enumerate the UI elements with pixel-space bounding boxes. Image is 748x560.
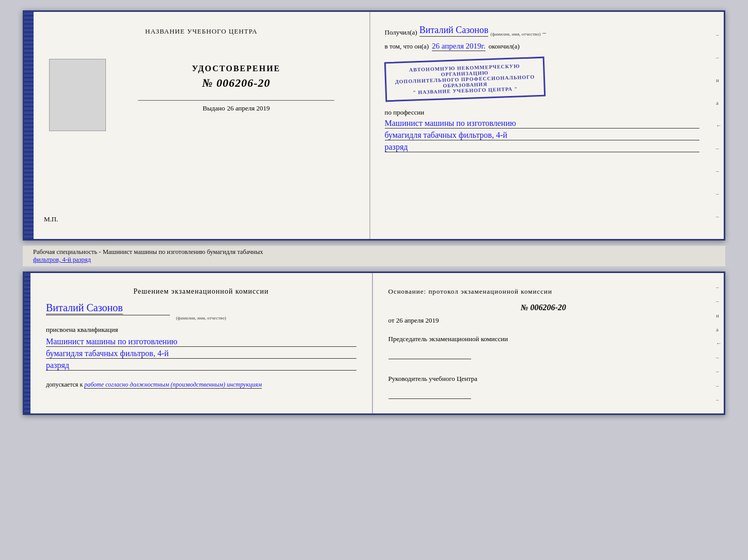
recipient-name: Виталий Сазонов (419, 25, 489, 37)
bottom-left-page: Решением экзаменационной комиссии Витали… (30, 273, 373, 413)
in-that-prefix: в том, что он(а) (385, 42, 429, 51)
basis-title: Основание: протокол экзаменационной коми… (388, 287, 699, 296)
in-that-line: в том, что он(а) 26 апреля 2019г. окончи… (385, 42, 700, 51)
photo-placeholder (49, 59, 106, 131)
issued-label: Выдано (202, 104, 225, 112)
qualification-line2: бумагидля табачных фильтров, 4-й (46, 349, 356, 359)
from-prefix: от (388, 316, 395, 324)
fio-caption-top: (фамилия, имя, отчество) (490, 31, 540, 37)
received-prefix: Получил(а) (385, 28, 417, 37)
qualification-line3: разряд (46, 361, 356, 371)
allows-prefix: допускается к (46, 381, 83, 388)
middle-text: Рабочая специальность - Машинист машины … (33, 248, 715, 264)
assigned-text: присвоена квалификация (46, 326, 356, 334)
protocol-date-line: от 26 апреля 2019 (388, 316, 699, 325)
profession-line1: Машинист машины по изготовлению (385, 119, 700, 129)
mp-label: М.П. (44, 215, 359, 223)
completion-date: 26 апреля 2019г. (432, 42, 486, 51)
center-head-title: Руководитель учебного Центра (388, 375, 699, 383)
bottom-right-page: Основание: протокол экзаменационной коми… (373, 273, 714, 413)
allows-line: допускается к работе согласно должностны… (46, 381, 356, 389)
bottom-right-edge-marks: – – и а ← – – – – (714, 273, 724, 413)
protocol-date: 26 апреля 2019 (396, 316, 439, 324)
chairman-signature-line (388, 359, 471, 359)
cert-number: № 006206-20 (192, 76, 280, 90)
issued-date: 26 апреля 2019 (227, 104, 270, 112)
protocol-number: № 006206-20 (388, 303, 699, 312)
bottom-document: Решением экзаменационной комиссии Витали… (23, 271, 725, 415)
chairman-title: Председатель экзаменационной комиссии (388, 335, 699, 343)
decision-title: Решением экзаменационной комиссии (46, 287, 356, 296)
training-center-label: НАЗВАНИЕ УЧЕБНОГО ЦЕНТРА (145, 27, 257, 36)
profession-label: по профессии (385, 108, 700, 117)
allows-text: работе согласно должностным (производств… (84, 381, 262, 389)
middle-bar: Рабочая специальность - Машинист машины … (23, 246, 725, 266)
book-spine-left (24, 12, 34, 239)
right-edge-marks: – – и а ← – – – – (714, 12, 724, 239)
top-document: НАЗВАНИЕ УЧЕБНОГО ЦЕНТРА УДОСТОВЕРЕНИЕ №… (23, 10, 725, 241)
stamp-box: АВТОНОМНУЮ НЕКОММЕРЧЕСКУЮ ОРГАНИЗАЦИЮ ДО… (384, 57, 545, 102)
cert-title: УДОСТОВЕРЕНИЕ (192, 64, 280, 73)
book-spine-bottom-left (24, 273, 30, 413)
profession-line2: бумагидля табачных фильтров, 4-й (385, 131, 700, 140)
person-name: Виталий Сазонов (46, 302, 123, 314)
finished-label: окончил(а) (489, 42, 520, 51)
stamp-area: АВТОНОМНУЮ НЕКОММЕРЧЕСКУЮ ОРГАНИЗАЦИЮ ДО… (385, 55, 700, 103)
top-right-page: Получил(а) Виталий Сазонов (фамилия, имя… (370, 12, 714, 239)
qualification-line1: Машинист машины по изготовлению (46, 337, 356, 347)
profession-line3: разряд (385, 142, 700, 152)
center-head-signature-line (388, 398, 471, 399)
fio-caption-bottom: (фамилия, имя, отчество) (46, 315, 356, 321)
recipient-line: Получил(а) Виталий Сазонов (фамилия, имя… (385, 25, 700, 37)
person-name-block: Виталий Сазонов (фамилия, имя, отчество) (46, 302, 356, 321)
top-left-page: НАЗВАНИЕ УЧЕБНОГО ЦЕНТРА УДОСТОВЕРЕНИЕ №… (34, 12, 370, 239)
